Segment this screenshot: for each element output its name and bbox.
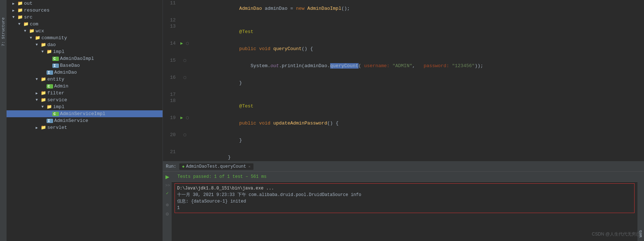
tree-arrow-service: ▼ bbox=[36, 98, 41, 102]
interface-icon-BaseDao: I bbox=[52, 64, 59, 68]
run-panel-left-icons: ▶ >> ✓ ⊕ ⚙ bbox=[163, 172, 172, 241]
gutter-17 bbox=[179, 91, 190, 98]
output-line-2: 十一月 30, 2021 9:23:33 下午 com.alibaba.drui… bbox=[177, 192, 632, 198]
class-icon-Admin: C bbox=[47, 84, 53, 89]
run-output: D:\Java\jdk1.8.0_151\bin\java.exe ... 十一… bbox=[172, 182, 637, 241]
line-number-16: 16 bbox=[163, 74, 179, 91]
tree-item-impl-service[interactable]: ▼ 📁 impl bbox=[7, 103, 163, 110]
bottom-panel: Run: ◆ AdminDaoTest.queryCount ✕ ▶ >> ✓ … bbox=[163, 161, 644, 241]
tree-item-community[interactable]: ▼ 📁 community bbox=[7, 34, 163, 41]
folder-icon-dao: 📁 bbox=[41, 42, 47, 48]
tree-arrow-out: ▶ bbox=[12, 1, 17, 6]
line-number-21: 21 bbox=[163, 149, 179, 161]
run-tab-icon: ◆ bbox=[182, 164, 185, 169]
run-tab-close-button[interactable]: ✕ bbox=[248, 164, 251, 169]
tree-label-src: src bbox=[24, 15, 32, 20]
tree-item-AdminDaoImpl[interactable]: C AdminDaoImpl bbox=[7, 55, 163, 62]
code-line-21: 21 } bbox=[163, 149, 644, 161]
structure-panel-tab[interactable]: 7: Structure bbox=[0, 0, 7, 241]
folder-icon-wcx: 📁 bbox=[29, 28, 36, 34]
output-line-3: 信息: {dataSource-1} inited bbox=[177, 198, 632, 205]
tree-label-out: out bbox=[24, 1, 32, 6]
tree-label-AdminDao: AdminDao bbox=[54, 70, 77, 75]
line-number-15: 15 bbox=[163, 57, 179, 74]
line-content-19: public void updateAdminPassword() { bbox=[190, 115, 644, 132]
structure-tab-label: 7: Structure bbox=[0, 15, 6, 49]
line-number-20: 20 bbox=[163, 132, 179, 149]
tree-item-out[interactable]: ▶ 📁 out bbox=[7, 0, 163, 7]
tree-item-wcx[interactable]: ▼ 📁 wcx bbox=[7, 28, 163, 34]
tree-item-dao[interactable]: ▼ 📁 dao bbox=[7, 41, 163, 48]
output-border-box: D:\Java\jdk1.8.0_151\bin\java.exe ... 十一… bbox=[175, 183, 635, 213]
run-double-arrow: >> bbox=[165, 183, 170, 188]
tree-arrow-community: ▼ bbox=[30, 36, 35, 40]
gutter-21 bbox=[179, 149, 190, 161]
tree-item-entity[interactable]: ▼ 📁 entity bbox=[7, 76, 163, 83]
tree-item-BaseDao[interactable]: I BaseDao bbox=[7, 62, 163, 69]
file-tree-sidebar: ▶ 📁 out ▶ 📁 resources ▼ 📁 src ▼ 📁 com ▼ … bbox=[7, 0, 163, 241]
tree-item-service[interactable]: ▼ 📁 service bbox=[7, 97, 163, 103]
tree-label-impl-dao: impl bbox=[53, 49, 64, 54]
code-line-16: 16 ⬡ } bbox=[163, 74, 644, 91]
tree-item-AdminServiceImpl[interactable]: C AdminServiceImpl bbox=[7, 110, 163, 117]
tree-arrow-entity: ▼ bbox=[36, 77, 41, 81]
tree-item-src[interactable]: ▼ 📁 src bbox=[7, 14, 163, 21]
tree-item-com[interactable]: ▼ 📁 com bbox=[7, 21, 163, 28]
tree-item-servlet[interactable]: ▶ 📁 servlet bbox=[7, 124, 163, 131]
tree-arrow-src: ▼ bbox=[12, 15, 17, 19]
folder-icon-com: 📁 bbox=[23, 21, 30, 27]
run-tab-AdminDaoTest[interactable]: ◆ AdminDaoTest.queryCount ✕ bbox=[179, 163, 253, 170]
tree-label-Admin: Admin bbox=[54, 83, 68, 89]
run-label: Run: bbox=[166, 164, 176, 169]
tree-item-AdminDao[interactable]: I AdminDao bbox=[7, 69, 163, 76]
run-play-button[interactable]: ▶ bbox=[164, 173, 171, 180]
gutter-14[interactable]: ▶ ⬡ bbox=[179, 40, 190, 57]
gutter-15: ⬡ bbox=[179, 57, 190, 74]
tree-item-impl-dao[interactable]: ▼ 📁 impl bbox=[7, 48, 163, 55]
tree-item-filter[interactable]: ▶ 📁 filter bbox=[7, 90, 163, 97]
tree-arrow-filter: ▶ bbox=[36, 91, 41, 95]
run-gutter-icon-19[interactable]: ▶ bbox=[180, 115, 183, 120]
tree-label-community: community bbox=[41, 35, 67, 41]
tree-item-AdminService[interactable]: I AdminService bbox=[7, 117, 163, 124]
line-content-21: } bbox=[190, 149, 644, 161]
folder-icon-impl-service: 📁 bbox=[47, 104, 53, 110]
line-content-11: AdminDao adminDao = new AdminDaoImpl(); bbox=[190, 0, 644, 17]
output-line-1: D:\Java\jdk1.8.0_151\bin\java.exe ... bbox=[177, 185, 632, 192]
folder-icon-community: 📁 bbox=[35, 35, 41, 41]
line-number-11: 11 bbox=[163, 0, 179, 17]
line-number-17: 17 bbox=[163, 91, 179, 98]
tree-arrow-dao: ▼ bbox=[36, 43, 41, 47]
code-line-20: 20 ⬡ } bbox=[163, 132, 644, 149]
gutter-circle-20: ⬡ bbox=[183, 133, 187, 137]
tree-arrow-wcx: ▼ bbox=[24, 29, 29, 33]
folder-icon-filter: 📁 bbox=[41, 90, 47, 96]
tree-arrow-com: ▼ bbox=[18, 22, 23, 26]
tree-label-AdminDaoImpl: AdminDaoImpl bbox=[60, 56, 94, 61]
code-line-14: 14 ▶ ⬡ public void queryCount() { bbox=[163, 40, 644, 57]
tree-item-Admin[interactable]: C Admin bbox=[7, 83, 163, 90]
run-output-container: Tests passed: 1 of 1 test – 561 ms D:\Ja… bbox=[172, 172, 637, 241]
class-icon-AdminDaoImpl: C bbox=[52, 57, 59, 61]
run-gutter-icon-14[interactable]: ▶ bbox=[180, 41, 183, 46]
tree-label-com: com bbox=[30, 21, 38, 27]
line-content-13: @Test bbox=[190, 23, 644, 40]
gutter-13 bbox=[179, 23, 190, 40]
line-content-18: @Test bbox=[190, 98, 644, 115]
tree-label-resources: resources bbox=[24, 8, 49, 13]
tree-item-resources[interactable]: ▶ 📁 resources bbox=[7, 7, 163, 14]
line-content-20: } bbox=[190, 132, 644, 149]
line-number-12: 12 bbox=[163, 17, 179, 23]
run-icon-search[interactable]: ⊕ bbox=[166, 202, 169, 208]
tree-label-wcx: wcx bbox=[36, 28, 44, 34]
line-content-12 bbox=[190, 17, 644, 23]
gutter-12 bbox=[179, 17, 190, 23]
run-icon-settings[interactable]: ⚙ bbox=[166, 211, 169, 217]
code-editor: 11 AdminDao adminDao = new AdminDaoImpl(… bbox=[163, 0, 644, 161]
web-panel-tab[interactable]: Web bbox=[637, 172, 644, 241]
gutter-circle-14: ⬡ bbox=[186, 42, 189, 46]
interface-icon-AdminService: I bbox=[47, 119, 53, 123]
code-line-18: 18 @Test bbox=[163, 98, 644, 115]
line-content-16: } bbox=[190, 74, 644, 91]
gutter-19[interactable]: ▶ ⬡ bbox=[179, 115, 190, 132]
